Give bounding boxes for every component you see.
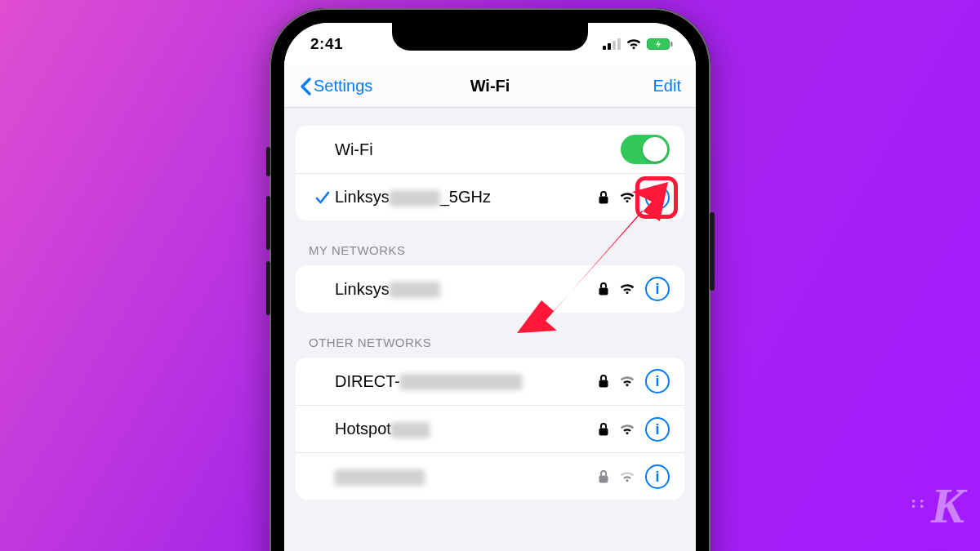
info-button[interactable]: i xyxy=(645,369,670,393)
wifi-toggle[interactable] xyxy=(621,135,670,164)
notch xyxy=(392,23,588,51)
checkmark-icon xyxy=(314,189,331,206)
wifi-signal-icon xyxy=(619,471,635,482)
svg-rect-6 xyxy=(599,196,608,203)
other-networks-header: Other Networks xyxy=(284,313,696,358)
content: Wi-Fi Linksys_5GHz i xyxy=(284,126,696,500)
other-network-row[interactable]: Hotspot i xyxy=(296,405,684,452)
lock-icon xyxy=(598,374,609,389)
back-label: Settings xyxy=(314,77,372,96)
wifi-signal-icon xyxy=(619,375,635,387)
back-button[interactable]: Settings xyxy=(299,77,372,96)
other-network-name xyxy=(335,467,598,486)
svg-rect-9 xyxy=(599,428,608,435)
connected-network-name: Linksys_5GHz xyxy=(335,188,598,207)
watermark: ::K xyxy=(911,477,962,535)
mute-switch xyxy=(266,147,270,176)
svg-rect-10 xyxy=(599,475,608,482)
battery-charging-icon xyxy=(647,38,673,50)
lock-icon xyxy=(598,190,609,205)
volume-down-button xyxy=(266,261,270,315)
status-icons xyxy=(603,38,673,50)
wifi-label: Wi-Fi xyxy=(335,140,621,159)
wifi-toggle-row: Wi-Fi xyxy=(296,126,684,173)
volume-up-button xyxy=(266,196,270,250)
lock-icon xyxy=(598,422,609,437)
svg-rect-8 xyxy=(599,380,608,388)
wifi-group: Wi-Fi Linksys_5GHz i xyxy=(296,126,684,220)
phone-frame: 2:41 xyxy=(270,8,710,551)
other-network-name: Hotspot xyxy=(335,420,598,438)
other-networks-group: DIRECT- i Hotspot xyxy=(296,358,684,500)
edit-button[interactable]: Edit xyxy=(653,77,681,96)
screen: 2:41 xyxy=(284,23,696,551)
wifi-signal-icon xyxy=(619,424,635,435)
wifi-icon xyxy=(626,38,642,50)
other-network-row[interactable]: i xyxy=(296,452,684,500)
my-networks-header: My Networks xyxy=(284,220,696,265)
svg-rect-7 xyxy=(599,288,608,295)
my-networks-group: Linksys i xyxy=(296,265,684,313)
svg-rect-3 xyxy=(617,38,621,50)
info-button[interactable]: i xyxy=(645,417,670,442)
lock-icon xyxy=(598,282,609,296)
wifi-signal-icon xyxy=(619,192,635,203)
my-network-name: Linksys xyxy=(335,280,598,299)
lock-icon xyxy=(598,469,609,484)
wifi-signal-icon xyxy=(619,283,635,295)
my-network-row[interactable]: Linksys i xyxy=(296,265,684,313)
power-button xyxy=(710,212,715,291)
status-time: 2:41 xyxy=(310,35,343,53)
nav-title: Wi-Fi xyxy=(470,77,510,96)
chevron-left-icon xyxy=(299,78,312,96)
info-button[interactable]: i xyxy=(645,464,670,489)
info-button[interactable]: i xyxy=(645,277,670,301)
cellular-icon xyxy=(603,38,621,50)
connected-network-row[interactable]: Linksys_5GHz i xyxy=(296,173,684,220)
info-button-connected[interactable]: i xyxy=(645,185,670,210)
nav-bar: Settings Wi-Fi Edit xyxy=(284,65,696,108)
other-network-row[interactable]: DIRECT- i xyxy=(296,358,684,405)
other-network-name: DIRECT- xyxy=(335,372,598,391)
svg-rect-2 xyxy=(612,41,616,50)
svg-rect-0 xyxy=(603,46,606,50)
svg-rect-5 xyxy=(670,42,673,47)
svg-rect-1 xyxy=(608,43,611,50)
